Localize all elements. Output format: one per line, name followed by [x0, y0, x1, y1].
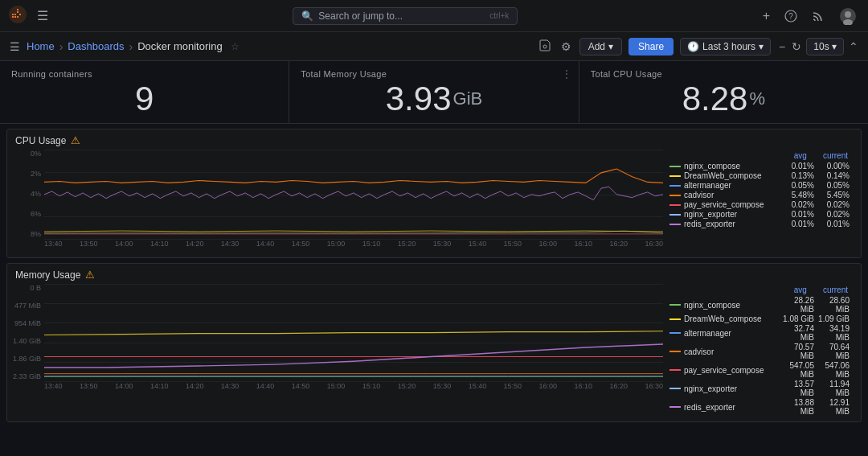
legend-row: altermanager 32.74 MiB 34.19 MiB: [669, 324, 850, 342]
cpu-chart-area: 8% 6% 4% 2% 0%: [12, 150, 663, 254]
memory-legend-header: avg current: [669, 286, 850, 294]
memory-legend-rows: nginx_compose 28.26 MiB 28.60 MiB DreamW…: [669, 296, 850, 416]
svg-point-4: [845, 11, 851, 18]
x-label: 15:00: [327, 240, 346, 248]
x-label: 14:00: [115, 382, 133, 390]
y-label: 954 MiB: [12, 319, 44, 327]
legend-series-name: nginx_compose: [684, 162, 779, 170]
y-label: 2%: [12, 170, 44, 178]
stat-card-containers: Running containers 9: [0, 61, 289, 123]
legend-row: DreamWeb_compose 0.13% 0.14%: [669, 171, 850, 180]
legend-series-name: pay_service_compose: [684, 366, 779, 375]
x-label: 13:40: [44, 382, 63, 390]
legend-color-swatch: [669, 388, 681, 389]
legend-color-swatch: [669, 195, 681, 196]
share-button[interactable]: Share: [628, 38, 674, 55]
legend-avg-value: 1.08 GiB: [782, 314, 814, 323]
stat-card-cpu: Total CPU Usage 8.28 %: [579, 61, 868, 123]
breadcrumb-home[interactable]: Home: [27, 40, 55, 52]
x-label: 15:40: [469, 382, 487, 390]
legend-current-value: 1.09 GiB: [817, 314, 850, 323]
add-label: Add: [588, 41, 605, 52]
legend-row: nginx_compose 0.01% 0.00%: [669, 162, 850, 170]
x-label: 15:20: [398, 240, 416, 248]
x-label: 15:10: [362, 240, 381, 248]
legend-color-swatch: [669, 166, 681, 167]
add-button[interactable]: Add ▾: [579, 38, 622, 55]
collapse-icon[interactable]: ⌃: [847, 39, 860, 55]
memory-unit: GiB: [453, 90, 483, 108]
legend-avg-header: avg: [794, 151, 807, 160]
user-avatar[interactable]: [836, 6, 860, 27]
legend-row: nginx_compose 28.26 MiB 28.60 MiB: [669, 296, 850, 314]
top-nav: ☰ 🔍 Search or jump to... ctrl+k + ?: [0, 0, 868, 32]
legend-row: pay_service_compose 0.02% 0.02%: [669, 200, 850, 209]
legend-current-header: current: [823, 151, 848, 160]
zoom-out-icon[interactable]: −: [777, 39, 787, 55]
settings-icon[interactable]: ⚙: [559, 39, 573, 55]
plus-icon[interactable]: +: [760, 7, 773, 25]
legend-color-swatch: [669, 224, 681, 225]
legend-row: nginx_exporter 13.57 MiB 11.94 MiB: [669, 380, 850, 397]
search-placeholder: Search or jump to...: [318, 10, 403, 22]
interval-picker[interactable]: 10s ▾: [806, 38, 844, 55]
stat-card-more-icon[interactable]: ⋮: [561, 68, 572, 80]
legend-color-swatch: [669, 185, 681, 187]
legend-series-name: altermanager: [684, 329, 779, 338]
legend-color-swatch: [669, 351, 681, 352]
save-icon[interactable]: [537, 37, 553, 55]
x-label: 14:10: [150, 240, 169, 248]
rss-icon[interactable]: [809, 8, 828, 24]
y-label: 0%: [12, 150, 44, 158]
legend-current-value: 28.60 MiB: [817, 296, 850, 314]
x-label: 13:50: [80, 240, 98, 248]
legend-current-value: 547.06 MiB: [817, 361, 850, 379]
legend-current-header: current: [823, 286, 848, 294]
legend-current-value: 5.45%: [817, 191, 850, 199]
memory-chart-svg: [44, 284, 663, 378]
x-label: 15:50: [504, 382, 522, 390]
breadcrumb-current: Docker monitoring: [137, 40, 223, 52]
refresh-icon[interactable]: ↻: [790, 39, 803, 55]
logo[interactable]: [8, 5, 27, 27]
legend-row: redis_exporter 0.01% 0.01%: [669, 220, 850, 228]
legend-avg-value: 70.57 MiB: [782, 343, 814, 360]
interval-label: 10s: [813, 41, 829, 52]
legend-avg-value: 0.01%: [782, 210, 814, 219]
x-label: 15:00: [327, 382, 346, 390]
legend-avg-value: 32.74 MiB: [782, 324, 814, 342]
legend-avg-header: avg: [794, 286, 807, 294]
star-icon[interactable]: ☆: [231, 41, 240, 52]
legend-avg-value: 13.88 MiB: [782, 398, 814, 416]
legend-series-name: cadvisor: [684, 191, 779, 199]
legend-series-name: nginx_exporter: [684, 210, 779, 219]
search-box[interactable]: 🔍 Search or jump to... ctrl+k: [293, 7, 518, 25]
x-label: 14:40: [256, 240, 275, 248]
cpu-panel-header: CPU Usage ⚠: [7, 129, 861, 150]
legend-series-name: DreamWeb_compose: [684, 171, 779, 180]
cpu-panel-title: CPU Usage: [15, 135, 66, 146]
breadcrumb-dashboards[interactable]: Dashboards: [68, 40, 124, 52]
time-range-picker[interactable]: 🕐 Last 3 hours ▾: [680, 38, 771, 55]
cpu-chart-svg: [44, 150, 663, 236]
x-label: 14:30: [221, 382, 240, 390]
legend-series-name: altermanager: [684, 181, 779, 190]
legend-current-value: 0.02%: [817, 210, 850, 219]
legend-avg-value: 13.57 MiB: [782, 380, 814, 397]
sidebar-toggle-icon[interactable]: ☰: [8, 39, 22, 55]
breadcrumb-sep2: ›: [129, 40, 133, 53]
legend-series-name: redis_exporter: [684, 403, 779, 412]
legend-series-name: DreamWeb_compose: [684, 314, 779, 323]
legend-avg-value: 0.01%: [782, 220, 814, 228]
search-icon: 🔍: [301, 10, 313, 22]
stat-card-memory: Total Memory Usage ⋮ 3.93 GiB: [289, 61, 579, 123]
panels-container: CPU Usage ⚠ 8% 6% 4% 2% 0%: [0, 124, 868, 427]
legend-series-name: cadvisor: [684, 347, 779, 356]
legend-current-value: 70.64 MiB: [817, 343, 850, 360]
hamburger-menu-icon[interactable]: ☰: [34, 6, 51, 25]
help-icon[interactable]: ?: [781, 8, 800, 24]
memory-chart-area: 2.33 GiB 1.86 GiB 1.40 GiB 954 MiB 477 M…: [12, 284, 663, 396]
x-label: 14:00: [115, 240, 133, 248]
legend-row: redis_exporter 13.88 MiB 12.91 MiB: [669, 398, 850, 416]
stat-card-containers-value: 9: [11, 79, 277, 118]
